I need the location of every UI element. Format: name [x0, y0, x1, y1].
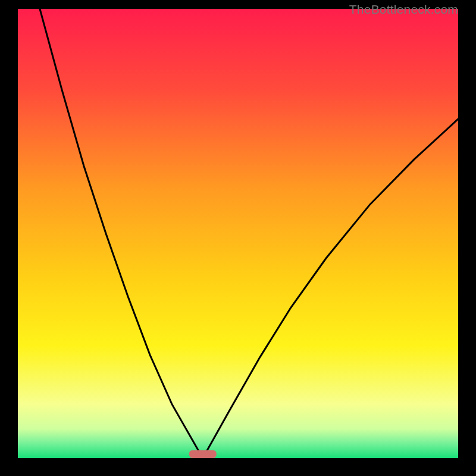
chart-frame: TheBottleneck.com — [0, 0, 476, 476]
gradient-background — [18, 9, 458, 458]
chart-plot-area — [18, 9, 458, 458]
watermark-text: TheBottleneck.com — [349, 2, 458, 17]
marker-pill — [189, 450, 217, 458]
minimum-marker — [189, 450, 217, 458]
chart-svg — [18, 9, 458, 458]
